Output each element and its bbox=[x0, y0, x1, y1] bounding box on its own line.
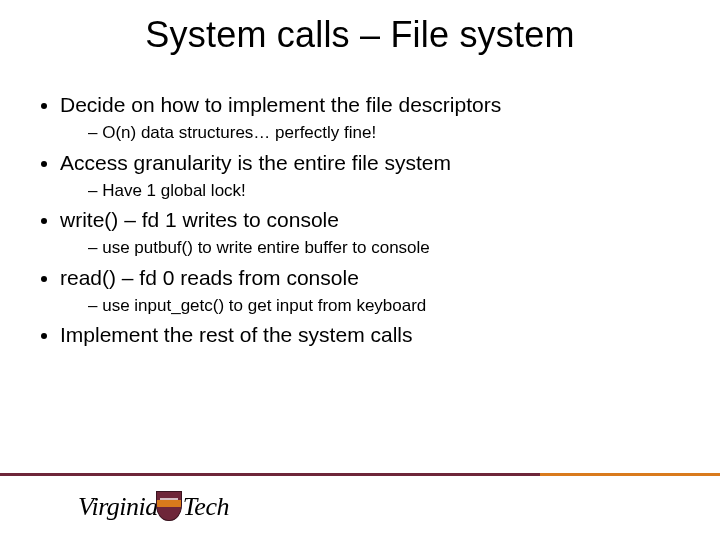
bullet-text: write() – fd 1 writes to console bbox=[60, 208, 339, 231]
sub-list: O(n) data structures… perfectly fine! bbox=[60, 122, 700, 143]
slide-content: Decide on how to implement the file desc… bbox=[0, 56, 720, 348]
bullet-item: Decide on how to implement the file desc… bbox=[60, 92, 700, 144]
bullet-text: read() – fd 0 reads from console bbox=[60, 266, 359, 289]
bullet-item: read() – fd 0 reads from console use inp… bbox=[60, 265, 700, 317]
slide: System calls – File system Decide on how… bbox=[0, 0, 720, 540]
footer-stripe bbox=[0, 473, 720, 476]
sub-item: use input_getc() to get input from keybo… bbox=[88, 295, 700, 316]
sub-item: O(n) data structures… perfectly fine! bbox=[88, 122, 700, 143]
logo-text-tech: Tech bbox=[183, 492, 229, 521]
bullet-item: Access granularity is the entire file sy… bbox=[60, 150, 700, 202]
slide-title: System calls – File system bbox=[0, 0, 720, 56]
stripe-orange bbox=[540, 473, 720, 476]
bullet-item: Implement the rest of the system calls bbox=[60, 322, 700, 348]
shield-icon bbox=[156, 491, 182, 521]
sub-list: use putbuf() to write entire buffer to c… bbox=[60, 237, 700, 258]
sub-list: use input_getc() to get input from keybo… bbox=[60, 295, 700, 316]
bullet-list: Decide on how to implement the file desc… bbox=[20, 92, 700, 348]
stripe-maroon bbox=[0, 473, 540, 476]
bullet-text: Access granularity is the entire file sy… bbox=[60, 151, 451, 174]
sub-list: Have 1 global lock! bbox=[60, 180, 700, 201]
sub-item: use putbuf() to write entire buffer to c… bbox=[88, 237, 700, 258]
bullet-item: write() – fd 1 writes to console use put… bbox=[60, 207, 700, 259]
logo-text-virginia: Virginia bbox=[78, 492, 158, 521]
vt-logo: VirginiaTech bbox=[78, 491, 229, 522]
bullet-text: Decide on how to implement the file desc… bbox=[60, 93, 501, 116]
sub-item: Have 1 global lock! bbox=[88, 180, 700, 201]
